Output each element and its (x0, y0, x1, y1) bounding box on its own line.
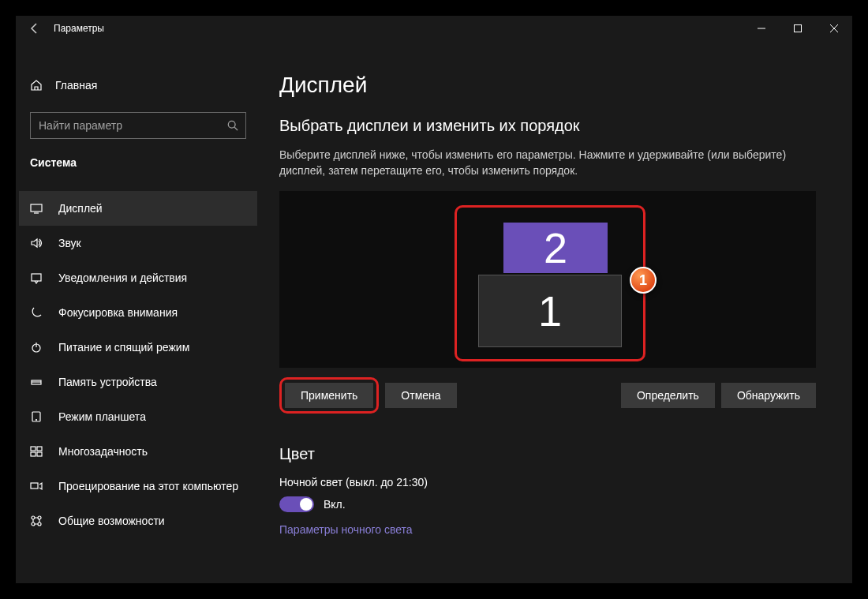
search-input[interactable] (30, 112, 246, 139)
maximize-button[interactable] (780, 16, 816, 41)
annotation-callout-1: 1 (630, 267, 657, 294)
close-button[interactable] (816, 16, 852, 41)
nav-storage[interactable]: Память устройства (19, 365, 257, 399)
section-label: Система (19, 139, 257, 180)
svg-rect-3 (32, 274, 41, 281)
nav-tablet[interactable]: Режим планшета (19, 399, 257, 434)
monitor-1[interactable]: 1 (478, 275, 622, 347)
svg-rect-11 (37, 452, 42, 456)
content: Дисплей Выбрать дисплеи и изменить их по… (260, 41, 852, 583)
svg-point-13 (32, 516, 35, 519)
svg-rect-9 (37, 447, 42, 451)
annotation-highlight-2: Применить (279, 377, 379, 414)
nav-notifications[interactable]: Уведомления и действия (19, 260, 257, 295)
home-icon (30, 79, 43, 92)
nav-shared[interactable]: Общие возможности (19, 504, 257, 538)
cancel-button[interactable]: Отмена (385, 383, 456, 408)
page-title: Дисплей (279, 73, 833, 98)
identify-button[interactable]: Определить (621, 383, 715, 408)
multitask-icon (30, 445, 43, 458)
night-light-toggle[interactable] (279, 496, 314, 512)
svg-point-7 (36, 420, 37, 421)
svg-point-15 (32, 522, 35, 526)
arrange-description: Выберите дисплей ниже, чтобы изменить ег… (279, 148, 816, 178)
button-row: Применить Отмена Определить Обнаружить (279, 377, 816, 414)
nav-label: Многозадачность (58, 445, 148, 458)
color-title: Цвет (279, 445, 833, 463)
nav-list: Дисплей Звук Уведомления и действия Фоку… (19, 191, 257, 538)
storage-icon (30, 376, 43, 388)
nav-sound[interactable]: Звук (19, 226, 257, 260)
nav-projecting[interactable]: Проецирование на этот компьютер (19, 469, 257, 504)
titlebar: Параметры (16, 16, 852, 41)
tablet-icon (30, 410, 43, 423)
night-light-toggle-row: Вкл. (279, 496, 833, 512)
svg-rect-12 (31, 483, 38, 489)
night-light-status: Ночной свет (выкл. до 21:30) (279, 476, 833, 489)
notifications-icon (30, 271, 43, 284)
nav-display[interactable]: Дисплей (19, 191, 257, 226)
svg-rect-0 (795, 25, 802, 32)
home-link[interactable]: Главная (19, 69, 257, 101)
nav-label: Память устройства (58, 376, 157, 388)
monitor-2-label: 2 (544, 223, 567, 272)
nav-label: Фокусировка внимания (58, 306, 178, 319)
svg-point-14 (38, 516, 41, 519)
nav-focus[interactable]: Фокусировка внимания (19, 295, 257, 330)
window-title: Параметры (54, 23, 104, 34)
apply-button[interactable]: Применить (285, 383, 373, 408)
back-button[interactable] (16, 16, 54, 41)
svg-point-16 (38, 522, 41, 526)
settings-window: Параметры Главная Система Ди (16, 16, 852, 583)
nav-multitask[interactable]: Многозадачность (19, 434, 257, 469)
minimize-button[interactable] (743, 16, 780, 41)
svg-rect-8 (31, 447, 36, 451)
svg-rect-10 (31, 452, 36, 456)
sidebar: Главная Система Дисплей Звук (16, 41, 260, 583)
monitor-arena[interactable]: 2 1 (279, 191, 816, 368)
nav-label: Режим планшета (58, 410, 146, 423)
search-icon (227, 120, 238, 131)
arrange-title: Выбрать дисплеи и изменить их порядок (279, 117, 833, 135)
display-icon (30, 202, 43, 215)
night-light-settings-link[interactable]: Параметры ночного света (279, 523, 413, 536)
monitor-2[interactable]: 2 (503, 223, 608, 273)
color-section: Цвет Ночной свет (выкл. до 21:30) Вкл. П… (279, 445, 833, 537)
nav-label: Дисплей (58, 202, 103, 215)
nav-label: Проецирование на этот компьютер (58, 480, 238, 492)
nav-label: Питание и спящий режим (58, 341, 189, 354)
toggle-label: Вкл. (324, 498, 346, 511)
shared-icon (30, 515, 43, 527)
nav-label: Уведомления и действия (58, 271, 187, 284)
focus-icon (30, 306, 43, 319)
power-icon (30, 341, 43, 354)
svg-point-1 (228, 121, 235, 128)
nav-label: Звук (58, 237, 81, 249)
window-controls (743, 16, 852, 41)
monitor-1-label: 1 (538, 286, 562, 335)
svg-rect-2 (31, 204, 42, 212)
nav-label: Общие возможности (58, 515, 165, 527)
detect-button[interactable]: Обнаружить (721, 383, 816, 408)
home-label: Главная (55, 79, 97, 92)
sound-icon (30, 237, 43, 249)
nav-power[interactable]: Питание и спящий режим (19, 330, 257, 365)
search-box (30, 112, 246, 139)
projecting-icon (30, 480, 43, 492)
